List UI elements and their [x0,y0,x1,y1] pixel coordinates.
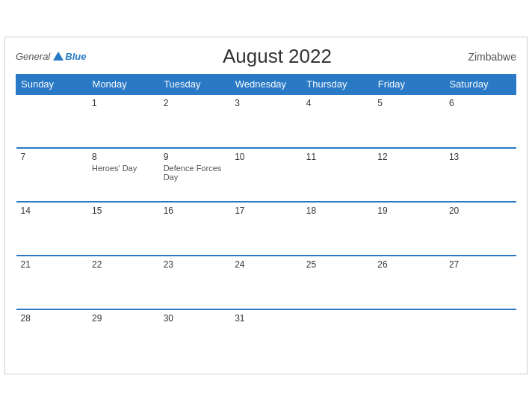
logo: General Blue [16,51,86,62]
day-number: 2 [164,98,226,108]
calendar-cell: 7 [16,148,88,202]
day-number: 19 [377,206,440,216]
day-number: 8 [92,152,155,162]
calendar-cell: 2 [159,94,231,148]
weekday-header-monday: Monday [87,75,159,95]
calendar-container: General Blue August 2022 Zimbabwe Sunday… [4,37,528,374]
day-number: 5 [377,98,440,108]
day-number: 29 [92,313,155,324]
calendar-cell: 19 [373,202,445,256]
calendar-cell: 8Heroes' Day [87,148,159,202]
day-number: 7 [21,152,84,162]
calendar-cell: 31 [230,309,302,363]
weekday-header-row: SundayMondayTuesdayWednesdayThursdayFrid… [16,75,516,95]
weekday-header-wednesday: Wednesday [230,75,302,95]
calendar-cell: 12 [373,148,445,202]
calendar-cell: 15 [87,202,159,256]
day-number: 23 [164,259,226,270]
calendar-cell: 11 [302,148,374,202]
calendar-cell: 20 [445,202,516,256]
calendar-cell: 10 [230,148,302,202]
day-number: 24 [235,259,297,270]
day-number: 11 [306,152,369,162]
calendar-cell: 9Defence Forces Day [159,148,231,202]
day-number: 21 [21,259,84,270]
calendar-thead: SundayMondayTuesdayWednesdayThursdayFrid… [16,75,516,95]
day-number: 1 [92,98,155,108]
day-number: 9 [164,152,226,162]
day-number: 16 [164,206,226,216]
calendar-cell: 5 [373,94,445,148]
calendar-header: General Blue August 2022 Zimbabwe [16,45,516,68]
calendar-cell: 18 [302,202,374,256]
logo-general-text: General [16,51,50,62]
day-number: 30 [164,313,226,324]
calendar-week-row: 78Heroes' Day9Defence Forces Day10111213 [16,148,516,202]
day-number: 10 [235,152,297,162]
calendar-cell: 28 [16,309,88,363]
logo-blue-text: Blue [65,51,86,62]
calendar-tbody: 12345678Heroes' Day9Defence Forces Day10… [16,94,516,363]
day-number: 4 [306,98,369,108]
calendar-cell: 16 [159,202,231,256]
day-number: 13 [449,152,512,162]
calendar-cell [302,309,374,363]
country-label: Zimbabwe [468,51,516,63]
calendar-cell: 1 [87,94,159,148]
weekday-header-thursday: Thursday [302,75,374,95]
calendar-cell: 6 [445,94,516,148]
calendar-cell: 26 [373,256,445,309]
calendar-week-row: 123456 [16,94,516,148]
calendar-cell: 25 [302,256,374,309]
calendar-cell: 30 [159,309,231,363]
calendar-cell: 14 [16,202,88,256]
calendar-cell: 21 [16,256,88,309]
event-label: Defence Forces Day [164,164,226,182]
day-number: 20 [449,206,512,216]
weekday-header-saturday: Saturday [445,75,516,95]
calendar-cell: 24 [230,256,302,309]
day-number: 28 [21,313,84,324]
calendar-cell: 4 [302,94,374,148]
calendar-week-row: 28293031 [16,309,516,363]
calendar-cell [373,309,445,363]
day-number: 3 [235,98,297,108]
day-number: 17 [235,206,297,216]
calendar-table: SundayMondayTuesdayWednesdayThursdayFrid… [16,74,516,363]
event-label: Heroes' Day [92,164,155,173]
calendar-week-row: 21222324252627 [16,256,516,309]
calendar-cell: 13 [445,148,516,202]
logo-triangle-icon [53,52,64,61]
month-title: August 2022 [223,45,332,68]
day-number: 6 [449,98,512,108]
calendar-cell: 29 [87,309,159,363]
day-number: 22 [92,259,155,270]
weekday-header-friday: Friday [373,75,445,95]
day-number: 14 [21,206,84,216]
weekday-header-sunday: Sunday [16,75,88,95]
calendar-cell [16,94,88,148]
weekday-header-tuesday: Tuesday [159,75,231,95]
calendar-cell [445,309,516,363]
calendar-cell: 23 [159,256,231,309]
day-number: 15 [92,206,155,216]
day-number: 31 [235,313,297,324]
calendar-cell: 17 [230,202,302,256]
day-number: 18 [306,206,369,216]
calendar-cell: 3 [230,94,302,148]
calendar-cell: 22 [87,256,159,309]
day-number: 12 [377,152,440,162]
calendar-cell: 27 [445,256,516,309]
day-number: 25 [306,259,369,270]
day-number: 27 [449,259,512,270]
calendar-week-row: 14151617181920 [16,202,516,256]
day-number: 26 [377,259,440,270]
